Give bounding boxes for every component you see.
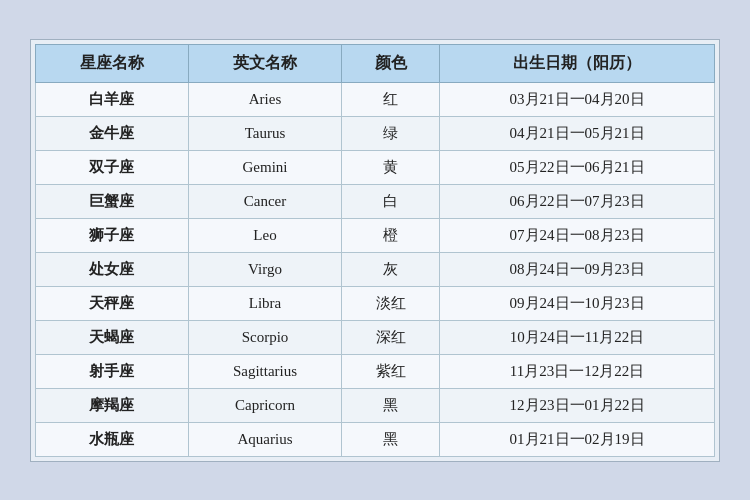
header-color: 颜色	[342, 44, 440, 82]
table-row: 处女座Virgo灰08月24日一09月23日	[36, 252, 715, 286]
table-row: 巨蟹座Cancer白06月22日一07月23日	[36, 184, 715, 218]
table-row: 金牛座Taurus绿04月21日一05月21日	[36, 116, 715, 150]
cell-chinese-name: 白羊座	[36, 82, 189, 116]
cell-dates: 01月21日一02月19日	[440, 422, 715, 456]
cell-color: 淡红	[342, 286, 440, 320]
table-row: 狮子座Leo橙07月24日一08月23日	[36, 218, 715, 252]
cell-color: 紫红	[342, 354, 440, 388]
zodiac-table-wrapper: 星座名称 英文名称 颜色 出生日期（阳历） 白羊座Aries红03月21日一04…	[30, 39, 720, 462]
cell-color: 黑	[342, 388, 440, 422]
header-chinese-name: 星座名称	[36, 44, 189, 82]
cell-color: 黑	[342, 422, 440, 456]
cell-chinese-name: 金牛座	[36, 116, 189, 150]
cell-dates: 03月21日一04月20日	[440, 82, 715, 116]
header-english-name: 英文名称	[188, 44, 341, 82]
cell-dates: 12月23日一01月22日	[440, 388, 715, 422]
cell-chinese-name: 水瓶座	[36, 422, 189, 456]
cell-english-name: Sagittarius	[188, 354, 341, 388]
table-row: 摩羯座Capricorn黑12月23日一01月22日	[36, 388, 715, 422]
table-row: 天秤座Libra淡红09月24日一10月23日	[36, 286, 715, 320]
cell-english-name: Aries	[188, 82, 341, 116]
cell-dates: 06月22日一07月23日	[440, 184, 715, 218]
cell-english-name: Capricorn	[188, 388, 341, 422]
cell-color: 灰	[342, 252, 440, 286]
cell-english-name: Aquarius	[188, 422, 341, 456]
cell-chinese-name: 双子座	[36, 150, 189, 184]
table-row: 双子座Gemini黄05月22日一06月21日	[36, 150, 715, 184]
table-header-row: 星座名称 英文名称 颜色 出生日期（阳历）	[36, 44, 715, 82]
header-dates: 出生日期（阳历）	[440, 44, 715, 82]
cell-dates: 10月24日一11月22日	[440, 320, 715, 354]
cell-chinese-name: 狮子座	[36, 218, 189, 252]
cell-dates: 05月22日一06月21日	[440, 150, 715, 184]
table-row: 水瓶座Aquarius黑01月21日一02月19日	[36, 422, 715, 456]
cell-color: 橙	[342, 218, 440, 252]
table-row: 射手座Sagittarius紫红11月23日一12月22日	[36, 354, 715, 388]
table-row: 白羊座Aries红03月21日一04月20日	[36, 82, 715, 116]
cell-chinese-name: 摩羯座	[36, 388, 189, 422]
cell-color: 白	[342, 184, 440, 218]
cell-dates: 08月24日一09月23日	[440, 252, 715, 286]
cell-color: 黄	[342, 150, 440, 184]
cell-dates: 09月24日一10月23日	[440, 286, 715, 320]
cell-english-name: Virgo	[188, 252, 341, 286]
cell-chinese-name: 巨蟹座	[36, 184, 189, 218]
table-row: 天蝎座Scorpio深红10月24日一11月22日	[36, 320, 715, 354]
cell-dates: 07月24日一08月23日	[440, 218, 715, 252]
cell-dates: 04月21日一05月21日	[440, 116, 715, 150]
cell-chinese-name: 射手座	[36, 354, 189, 388]
cell-dates: 11月23日一12月22日	[440, 354, 715, 388]
cell-chinese-name: 处女座	[36, 252, 189, 286]
cell-english-name: Taurus	[188, 116, 341, 150]
cell-english-name: Scorpio	[188, 320, 341, 354]
cell-chinese-name: 天秤座	[36, 286, 189, 320]
cell-english-name: Cancer	[188, 184, 341, 218]
cell-english-name: Libra	[188, 286, 341, 320]
cell-color: 红	[342, 82, 440, 116]
zodiac-table: 星座名称 英文名称 颜色 出生日期（阳历） 白羊座Aries红03月21日一04…	[35, 44, 715, 457]
cell-chinese-name: 天蝎座	[36, 320, 189, 354]
cell-english-name: Leo	[188, 218, 341, 252]
cell-color: 深红	[342, 320, 440, 354]
cell-color: 绿	[342, 116, 440, 150]
cell-english-name: Gemini	[188, 150, 341, 184]
